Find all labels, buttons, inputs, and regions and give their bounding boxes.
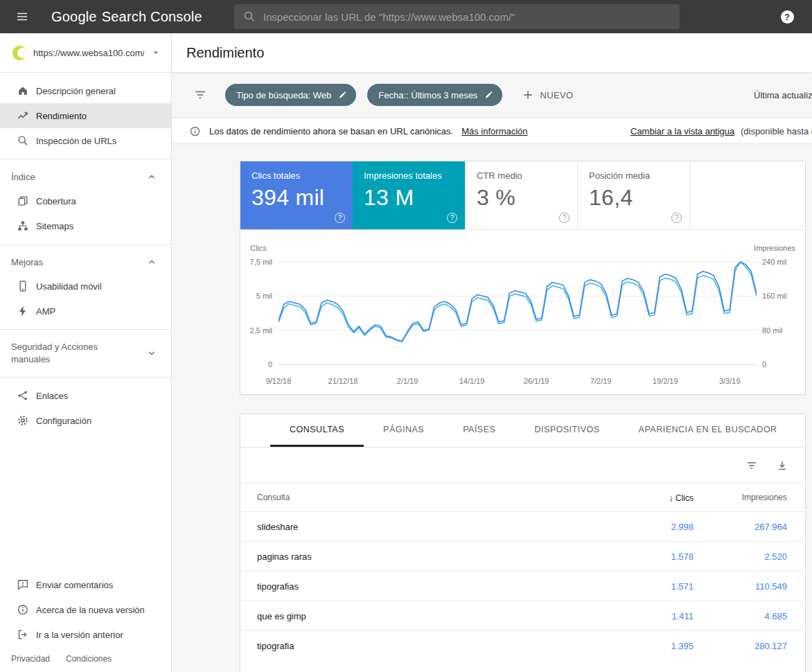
metric-tile-total-clicks[interactable]: Clics totales 394 mil ? — [240, 161, 353, 229]
metric-tiles: Clics totales 394 mil ? Impresiones tota… — [240, 161, 805, 230]
x-tick-label: 21/12/18 — [328, 377, 358, 385]
x-tick-label: 26/1/19 — [524, 377, 549, 385]
sidebar-item-mobile-usability[interactable]: Usabilidad móvil — [0, 274, 171, 299]
sidebar-item-coverage[interactable]: Cobertura — [0, 188, 171, 213]
metric-value: 13 M — [364, 185, 454, 211]
more-info-link[interactable]: Más información — [461, 126, 527, 136]
links-icon — [17, 389, 29, 402]
sidebar-section-mejoras[interactable]: Mejoras — [0, 250, 171, 274]
privacy-link[interactable]: Privacidad — [11, 654, 50, 664]
help-icon: ? — [781, 10, 794, 24]
divider — [0, 377, 171, 378]
col-clics[interactable]: ↓Clics — [600, 493, 694, 503]
site-favicon — [12, 46, 27, 60]
filter-icon[interactable] — [193, 88, 207, 102]
metric-label: Clics totales — [251, 170, 342, 181]
table-filter-icon[interactable] — [745, 459, 758, 472]
app-logo[interactable]: Google Search Console — [51, 9, 202, 25]
metric-value: 16,4 — [589, 185, 678, 211]
query-cell: que es gimp — [257, 611, 600, 621]
y-tick-label: 0 — [240, 360, 272, 369]
sidebar-item-label: Configuración — [36, 416, 91, 426]
help-circle-icon[interactable]: ? — [447, 213, 457, 223]
chevron-down-icon — [146, 348, 157, 359]
help-circle-icon[interactable]: ? — [671, 213, 682, 223]
sidebar-item-about-new-version[interactable]: Acerca de la nueva versión — [0, 597, 171, 622]
sidebar-item-amp[interactable]: AMP — [0, 299, 171, 324]
table-row[interactable]: tipografia 1.395 280.127 — [240, 630, 805, 660]
url-inspect-input[interactable] — [263, 11, 671, 23]
clicks-cell: 1.578 — [600, 551, 694, 562]
google-search-console-app: Google Search Console ? https://www.webs… — [0, 0, 812, 672]
right-axis-title: Impresiones — [754, 244, 795, 252]
sidebar-footer: Enviar comentarios Acerca de la nueva ve… — [0, 572, 171, 672]
page-title: Rendimiento — [186, 45, 264, 61]
divider — [0, 244, 171, 245]
section-label: Seguridad y Acciones manuales — [11, 341, 122, 366]
url-inspect-searchbox[interactable] — [234, 4, 680, 29]
table-row[interactable]: que es gimp 1.411 4.685 — [240, 601, 805, 630]
help-button[interactable]: ? — [776, 6, 798, 28]
logo-product: Search Console — [102, 9, 202, 25]
menu-button[interactable] — [11, 6, 33, 28]
edit-pencil-icon[interactable] — [484, 90, 494, 100]
left-axis-title: Clics — [250, 244, 267, 252]
tab-paises[interactable]: PAÍSES — [443, 414, 515, 447]
sidebar-item-settings[interactable]: Configuración — [0, 408, 171, 433]
sidebar-item-overview[interactable]: Descripción general — [0, 78, 171, 103]
date-range-chip[interactable]: Fecha:: Últimos 3 meses — [367, 84, 502, 106]
sidebar-item-links[interactable]: Enlaces — [0, 383, 171, 408]
table-toolbar — [240, 448, 805, 484]
help-circle-icon[interactable]: ? — [335, 213, 345, 223]
table-row[interactable]: slideshare 2.998 267.964 — [240, 511, 805, 541]
table-row[interactable]: paginas raras 1.578 2.520 — [240, 541, 805, 571]
sidebar-section-security[interactable]: Seguridad y Acciones manuales — [0, 335, 171, 371]
terms-link[interactable]: Condiciones — [66, 654, 112, 664]
clicks-cell: 2.998 — [600, 522, 694, 532]
col-clics-label: Clics — [676, 493, 694, 503]
x-tick-label: 3/3/19 — [719, 377, 741, 385]
query-cell: slideshare — [257, 522, 600, 532]
section-label: Índice — [11, 172, 35, 182]
tab-apariencia[interactable]: APARIENCIA EN EL BUSCADOR — [619, 414, 797, 447]
sidebar-section-index[interactable]: Índice — [0, 165, 171, 188]
hamburger-menu-icon — [15, 10, 29, 24]
performance-chart: Clics Impresiones 7,5 mil 5 mil 2,5 mil … — [240, 230, 805, 394]
legal-links: Privacidad Condiciones — [0, 647, 171, 672]
help-circle-icon[interactable]: ? — [559, 213, 570, 223]
tab-consultas[interactable]: CONSULTAS — [270, 414, 364, 447]
app-body: https://www.websa100.com/ Descripción ge… — [0, 33, 812, 672]
sidebar-item-performance[interactable]: Rendimiento — [0, 103, 171, 128]
clicks-cell: 1.395 — [600, 641, 694, 651]
metric-tile-avg-position[interactable]: Posición media 16,4 ? — [577, 161, 689, 229]
property-selector[interactable]: https://www.websa100.com/ — [0, 33, 171, 73]
info-circle-icon — [189, 125, 201, 137]
performance-summary-card: Clics totales 394 mil ? Impresiones tota… — [240, 161, 806, 395]
coverage-icon — [17, 195, 29, 207]
sidebar-item-url-inspection[interactable]: Inspección de URLs — [0, 128, 171, 153]
impressions-line — [279, 262, 757, 342]
sidebar-item-old-version[interactable]: Ir a la versión anterior — [0, 622, 171, 647]
metric-tile-avg-ctr[interactable]: CTR medio 3 % ? — [465, 161, 577, 229]
tab-dispositivos[interactable]: DISPOSITIVOS — [515, 414, 619, 447]
old-view-link[interactable]: Cambiar a la vista antigua — [630, 126, 734, 136]
search-type-chip[interactable]: Tipo de búsqueda: Web — [225, 84, 356, 106]
sidebar-item-label: Cobertura — [36, 196, 76, 206]
property-url: https://www.websa100.com/ — [33, 48, 144, 58]
metric-tile-total-impressions[interactable]: Impresiones totales 13 M ? — [353, 161, 465, 229]
sidebar-item-send-feedback[interactable]: Enviar comentarios — [0, 572, 171, 597]
sidebar-item-label: Sitemaps — [36, 221, 73, 231]
search-icon — [242, 10, 256, 24]
col-impresiones[interactable]: Impresiones — [694, 493, 787, 502]
chart-canvas — [279, 254, 757, 371]
x-axis-labels: 9/12/1821/12/182/1/1914/1/1926/1/197/2/1… — [240, 377, 805, 388]
sidebar-item-sitemaps[interactable]: Sitemaps — [0, 213, 171, 238]
tab-paginas[interactable]: PÁGINAS — [364, 414, 443, 447]
table-row[interactable]: tipografias 1.571 110.549 — [240, 571, 805, 601]
new-filter-button[interactable]: NUEVO — [522, 89, 573, 101]
chip-label: Fecha:: Últimos 3 meses — [378, 90, 477, 100]
impressions-cell: 267.964 — [694, 522, 787, 532]
metric-label: Impresiones totales — [364, 170, 454, 181]
edit-pencil-icon[interactable] — [338, 90, 348, 100]
download-icon[interactable] — [776, 459, 788, 472]
